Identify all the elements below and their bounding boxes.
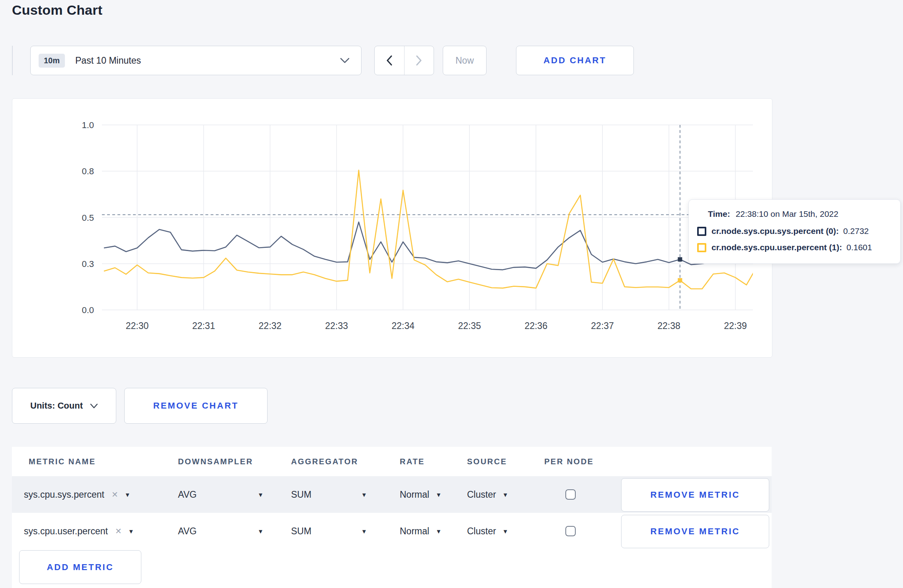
- source-select[interactable]: Cluster ▼: [467, 476, 508, 513]
- chevron-down-icon: [90, 403, 98, 409]
- x-axis-tick: 22:38: [657, 321, 680, 331]
- x-axis-tick: 22:32: [259, 321, 282, 331]
- series-line-0: [104, 222, 758, 270]
- downsampler-select[interactable]: AVG: [178, 476, 197, 513]
- col-header-downsampler: DOWNSAMPLER: [178, 457, 253, 466]
- chart-card: 0.00.30.50.81.022:3022:3122:3222:3322:34…: [12, 98, 772, 358]
- tooltip-series-name: cr.node.sys.cpu.user.percent (1):: [711, 243, 842, 252]
- aggregator-select[interactable]: SUM: [291, 513, 311, 549]
- toolbar-divider: [12, 46, 13, 75]
- y-axis-tick: 0.5: [82, 213, 94, 223]
- source-value: Cluster: [467, 526, 496, 537]
- hover-marker-0: [678, 257, 682, 261]
- clear-icon[interactable]: ✕: [111, 490, 118, 499]
- rate-select[interactable]: Normal ▼: [400, 513, 442, 549]
- time-range-badge: 10m: [39, 54, 65, 68]
- caret-down-icon[interactable]: ▼: [258, 513, 264, 549]
- metric-name-value: sys.cpu.user.percent: [24, 526, 108, 537]
- x-axis-tick: 22:37: [591, 321, 614, 331]
- page-title: Custom Chart: [12, 2, 102, 18]
- rate-value: Normal: [400, 526, 429, 537]
- per-node-checkbox[interactable]: [565, 526, 576, 536]
- caret-down-icon[interactable]: ▼: [125, 491, 131, 498]
- caret-down-icon: ▼: [436, 491, 442, 498]
- clear-icon[interactable]: ✕: [115, 526, 122, 536]
- metric-row: sys.cpu.user.percent ✕ ▼ AVG ▼ SUM ▼ Nor…: [12, 513, 772, 549]
- series-line-1: [104, 170, 758, 289]
- aggregator-select[interactable]: SUM: [291, 476, 311, 513]
- y-axis-tick: 0.0: [82, 305, 94, 315]
- source-select[interactable]: Cluster ▼: [467, 513, 508, 549]
- y-axis-tick: 0.8: [82, 166, 94, 176]
- source-value: Cluster: [467, 489, 496, 500]
- col-header-aggregator: AGGREGATOR: [291, 457, 358, 466]
- x-axis-tick: 22:34: [391, 321, 414, 331]
- caret-down-icon: ▼: [502, 528, 508, 535]
- tooltip-time: Time:22:38:10 on Mar 15th, 2022: [708, 209, 891, 219]
- remove-chart-button[interactable]: REMOVE CHART: [124, 388, 268, 424]
- metric-name-value: sys.cpu.sys.percent: [24, 489, 104, 500]
- time-forward-button[interactable]: [404, 46, 434, 75]
- time-nav-group: [374, 46, 434, 75]
- rate-select[interactable]: Normal ▼: [400, 476, 442, 513]
- tooltip-time-label: Time:: [708, 209, 730, 218]
- custom-chart-plot[interactable]: 0.00.30.50.81.022:3022:3122:3222:3322:34…: [12, 99, 772, 357]
- now-button[interactable]: Now: [443, 46, 487, 75]
- caret-down-icon[interactable]: ▼: [258, 476, 264, 513]
- remove-metric-button[interactable]: REMOVE METRIC: [621, 515, 769, 548]
- chevron-left-icon: [386, 55, 393, 66]
- y-axis-tick: 1.0: [82, 120, 94, 130]
- tooltip-series-row: cr.node.sys.cpu.user.percent (1): 0.1601: [697, 243, 891, 252]
- metric-row: sys.cpu.sys.percent ✕ ▼ AVG ▼ SUM ▼ Norm…: [12, 476, 772, 513]
- chart-tooltip: Time:22:38:10 on Mar 15th, 2022 cr.node.…: [688, 199, 901, 264]
- tooltip-series-value: 0.1601: [846, 243, 872, 252]
- caret-down-icon: ▼: [436, 528, 442, 535]
- units-select[interactable]: Units: Count: [12, 388, 116, 424]
- rate-value: Normal: [400, 489, 429, 500]
- chevron-right-icon: [415, 55, 422, 66]
- metrics-table-header: METRIC NAME DOWNSAMPLER AGGREGATOR RATE …: [12, 447, 772, 476]
- remove-metric-button[interactable]: REMOVE METRIC: [621, 478, 769, 512]
- caret-down-icon: ▼: [502, 491, 508, 498]
- tooltip-series-row: cr.node.sys.cpu.sys.percent (0): 0.2732: [697, 226, 891, 236]
- time-range-select[interactable]: 10m Past 10 Minutes: [30, 46, 362, 75]
- col-header-source: SOURCE: [467, 457, 507, 466]
- add-chart-button[interactable]: ADD CHART: [516, 46, 634, 75]
- tooltip-series-name: cr.node.sys.cpu.sys.percent (0):: [711, 226, 839, 236]
- x-axis-tick: 22:33: [325, 321, 348, 331]
- col-header-rate: RATE: [400, 457, 425, 466]
- caret-down-icon[interactable]: ▼: [128, 528, 134, 535]
- x-axis-tick: 22:36: [524, 321, 547, 331]
- x-axis-tick: 22:35: [458, 321, 481, 331]
- time-back-button[interactable]: [375, 46, 404, 75]
- downsampler-select[interactable]: AVG: [178, 513, 197, 549]
- user-series-swatch-icon: [697, 243, 706, 252]
- add-metric-button[interactable]: ADD METRIC: [19, 550, 141, 584]
- caret-down-icon[interactable]: ▼: [361, 513, 367, 549]
- metric-name-select[interactable]: sys.cpu.sys.percent ✕ ▼: [24, 476, 131, 513]
- y-axis-tick: 0.3: [82, 259, 94, 269]
- x-axis-tick: 22:31: [192, 321, 215, 331]
- time-range-label: Past 10 Minutes: [75, 55, 340, 66]
- metric-name-select[interactable]: sys.cpu.user.percent ✕ ▼: [24, 513, 134, 549]
- per-node-checkbox[interactable]: [565, 489, 576, 500]
- hover-marker-1: [678, 278, 682, 282]
- units-label: Units: Count: [30, 401, 83, 411]
- chevron-down-icon: [340, 57, 350, 64]
- tooltip-series-value: 0.2732: [843, 226, 869, 236]
- x-axis-tick: 22:30: [126, 321, 149, 331]
- col-header-per-node: PER NODE: [544, 457, 594, 466]
- caret-down-icon[interactable]: ▼: [361, 476, 367, 513]
- sys-series-swatch-icon: [697, 227, 706, 236]
- col-header-metric-name: METRIC NAME: [29, 457, 96, 466]
- x-axis-tick: 22:39: [724, 321, 747, 331]
- tooltip-time-value: 22:38:10 on Mar 15th, 2022: [736, 209, 838, 218]
